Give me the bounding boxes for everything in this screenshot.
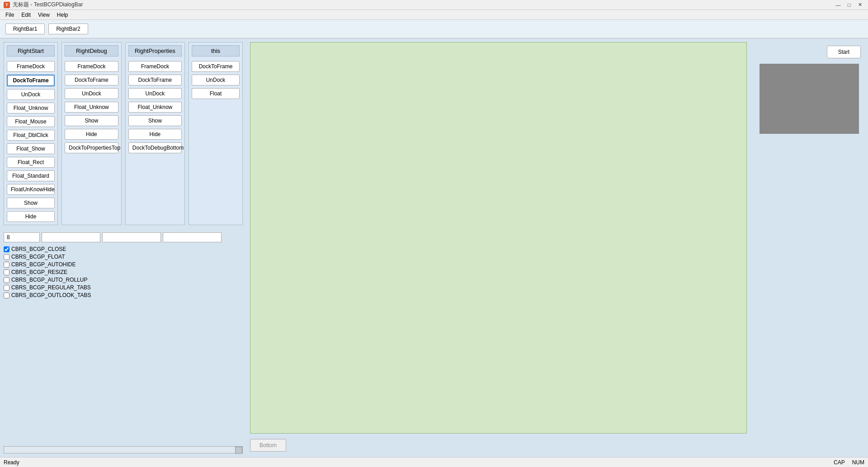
checkbox-cbrs-autohide[interactable]: CBRS_BCGP_AUTOHIDE bbox=[4, 261, 243, 268]
this-header: this bbox=[192, 45, 240, 57]
status-text: Ready bbox=[4, 459, 19, 466]
bottom-inputs bbox=[4, 232, 243, 242]
cbrs-outlook-tabs-label: CBRS_BCGP_OUTLOOK_TABS bbox=[11, 292, 91, 298]
titlebar-controls: — □ ✕ bbox=[834, 1, 864, 9]
rs-docktoframe-btn[interactable]: DockToFrame bbox=[7, 75, 55, 86]
checkbox-cbrs-resize[interactable]: CBRS_BCGP_RESIZE bbox=[4, 269, 243, 275]
rs-float-dblclick-btn[interactable]: Float_DblClick bbox=[7, 130, 55, 141]
rightbar1-button[interactable]: RightBar1 bbox=[5, 24, 45, 34]
cbrs-regular-tabs-input[interactable] bbox=[4, 285, 9, 291]
right-properties-header: RightProperties bbox=[128, 45, 182, 57]
checkbox-cbrs-close[interactable]: CBRS_BCGP_CLOSE bbox=[4, 246, 243, 252]
maximize-button[interactable]: □ bbox=[844, 1, 854, 9]
rp-show-btn[interactable]: Show bbox=[128, 115, 182, 126]
checkboxes-area: CBRS_BCGP_CLOSE CBRS_BCGP_FLOAT CBRS_BCG… bbox=[4, 246, 243, 298]
rp-framedock-btn[interactable]: FrameDock bbox=[128, 61, 182, 72]
right-start-panel: RightStart FrameDock DockToFrame UnDock … bbox=[4, 42, 58, 225]
rp-undock-btn[interactable]: UnDock bbox=[128, 88, 182, 99]
right-properties-panel: RightProperties FrameDock DockToFrame Un… bbox=[125, 42, 185, 225]
cbrs-resize-label: CBRS_BCGP_RESIZE bbox=[11, 269, 67, 275]
rs-float-show-btn[interactable]: Float_Show bbox=[7, 143, 55, 154]
input1[interactable] bbox=[4, 232, 40, 242]
left-panel: RightStart FrameDock DockToFrame UnDock … bbox=[0, 38, 246, 457]
scroll-area bbox=[4, 444, 243, 453]
close-button[interactable]: ✕ bbox=[855, 1, 864, 9]
this-panel: this DockToFrame UnDock Float bbox=[189, 42, 243, 225]
gray-preview bbox=[760, 64, 859, 134]
main-content: RightStart FrameDock DockToFrame UnDock … bbox=[0, 38, 868, 457]
horizontal-scrollbar[interactable] bbox=[4, 446, 243, 453]
titlebar-left: T 无标题 - TestBCGPDialogBar bbox=[4, 1, 83, 9]
rs-show-btn[interactable]: Show bbox=[7, 198, 55, 208]
rs-float-mouse-btn[interactable]: Float_Mouse bbox=[7, 116, 55, 127]
rp-float-unknow-btn[interactable]: Float_Unknow bbox=[128, 102, 182, 113]
green-panel bbox=[250, 42, 747, 434]
num-indicator: NUM bbox=[852, 459, 864, 466]
bottom-btn-area: Bottom bbox=[250, 437, 747, 453]
rs-hide-btn[interactable]: Hide bbox=[7, 211, 55, 222]
right-debug-header: RightDebug bbox=[65, 45, 118, 57]
center-area: Bottom bbox=[246, 38, 750, 457]
menu-file[interactable]: File bbox=[2, 11, 18, 19]
rd-float-unknow-btn[interactable]: Float_Unknow bbox=[65, 102, 118, 113]
menu-edit[interactable]: Edit bbox=[18, 11, 34, 19]
rd-framedock-btn[interactable]: FrameDock bbox=[65, 61, 118, 72]
cbrs-auto-rollup-input[interactable] bbox=[4, 277, 9, 283]
cbrs-float-label: CBRS_BCGP_FLOAT bbox=[11, 254, 65, 260]
cbrs-outlook-tabs-input[interactable] bbox=[4, 292, 9, 298]
th-float-btn[interactable]: Float bbox=[192, 88, 240, 99]
cbrs-auto-rollup-label: CBRS_BCGP_AUTO_ROLLUP bbox=[11, 277, 88, 283]
rs-float-rect-btn[interactable]: Float_Rect bbox=[7, 157, 55, 168]
rs-float-standard-btn[interactable]: Float_Standard bbox=[7, 170, 55, 181]
input3[interactable] bbox=[102, 232, 161, 242]
statusbar: Ready CAP NUM bbox=[0, 457, 868, 467]
rd-docktopropertiestop-btn[interactable]: DockToPropertiesTop bbox=[65, 142, 118, 153]
rs-undock-btn[interactable]: UnDock bbox=[7, 89, 55, 100]
cbrs-float-input[interactable] bbox=[4, 254, 9, 260]
right-start-header: RightStart bbox=[7, 45, 55, 57]
rd-undock-btn[interactable]: UnDock bbox=[65, 88, 118, 99]
rs-framedock-btn[interactable]: FrameDock bbox=[7, 61, 55, 72]
input4[interactable] bbox=[163, 232, 222, 242]
cbrs-regular-tabs-label: CBRS_BCGP_REGULAR_TABS bbox=[11, 284, 91, 291]
minimize-button[interactable]: — bbox=[834, 1, 843, 9]
titlebar-title: 无标题 - TestBCGPDialogBar bbox=[13, 1, 83, 9]
rs-float-unknow-btn[interactable]: Float_Unknow bbox=[7, 103, 55, 113]
toolbar: RightBar1 RightBar2 bbox=[0, 20, 868, 38]
checkbox-cbrs-regular-tabs[interactable]: CBRS_BCGP_REGULAR_TABS bbox=[4, 284, 243, 291]
rs-floatunknowhide-btn[interactable]: FloatUnKnowHide bbox=[7, 184, 55, 195]
titlebar: T 无标题 - TestBCGPDialogBar — □ ✕ bbox=[0, 0, 868, 10]
start-button[interactable]: Start bbox=[827, 46, 861, 58]
cbrs-autohide-label: CBRS_BCGP_AUTOHIDE bbox=[11, 261, 75, 268]
cbrs-autohide-input[interactable] bbox=[4, 262, 9, 268]
statusbar-right: CAP NUM bbox=[834, 459, 864, 466]
checkbox-cbrs-outlook-tabs[interactable]: CBRS_BCGP_OUTLOOK_TABS bbox=[4, 292, 243, 298]
right-panel: Start bbox=[750, 38, 868, 457]
bottom-button[interactable]: Bottom bbox=[250, 439, 286, 452]
rd-docktoframe-btn[interactable]: DockToFrame bbox=[65, 75, 118, 85]
th-undock-btn[interactable]: UnDock bbox=[192, 75, 240, 85]
menu-view[interactable]: View bbox=[34, 11, 53, 19]
cbrs-resize-input[interactable] bbox=[4, 269, 9, 275]
rd-show-btn[interactable]: Show bbox=[65, 115, 118, 126]
menubar: File Edit View Help bbox=[0, 10, 868, 20]
rp-docktoframe-btn[interactable]: DockToFrame bbox=[128, 75, 182, 85]
rp-hide-btn[interactable]: Hide bbox=[128, 129, 182, 140]
checkbox-cbrs-float[interactable]: CBRS_BCGP_FLOAT bbox=[4, 254, 243, 260]
cbrs-close-input[interactable] bbox=[4, 246, 9, 252]
checkbox-cbrs-auto-rollup[interactable]: CBRS_BCGP_AUTO_ROLLUP bbox=[4, 277, 243, 283]
panels-row: RightStart FrameDock DockToFrame UnDock … bbox=[4, 42, 243, 225]
cap-indicator: CAP bbox=[834, 459, 845, 466]
scrollbar-thumb[interactable] bbox=[235, 447, 242, 454]
th-docktoframe-btn[interactable]: DockToFrame bbox=[192, 61, 240, 72]
app-icon: T bbox=[4, 2, 10, 8]
right-debug-panel: RightDebug FrameDock DockToFrame UnDock … bbox=[61, 42, 122, 225]
rightbar2-button[interactable]: RightBar2 bbox=[48, 24, 88, 34]
cbrs-close-label: CBRS_BCGP_CLOSE bbox=[11, 246, 66, 252]
rp-docktodebugbottom-btn[interactable]: DockToDebugBottom bbox=[128, 142, 182, 153]
rd-hide-btn[interactable]: Hide bbox=[65, 129, 118, 140]
menu-help[interactable]: Help bbox=[53, 11, 72, 19]
input2[interactable] bbox=[42, 232, 100, 242]
